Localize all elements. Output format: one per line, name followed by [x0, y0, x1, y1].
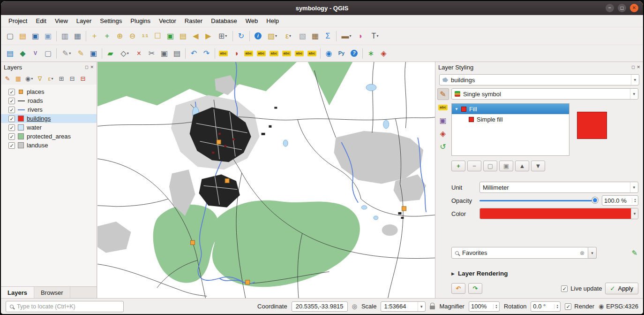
- zoom-to-layer-icon[interactable]: ▤ ▾: [177, 30, 189, 42]
- close-panel-icon[interactable]: ✕: [637, 65, 640, 69]
- layer-checkbox[interactable]: ✓: [8, 124, 15, 131]
- menu-item[interactable]: Raster: [181, 16, 206, 25]
- layer-checkbox[interactable]: ✓: [8, 89, 15, 95]
- layer-checkbox[interactable]: ✓: [8, 133, 15, 140]
- minimize-button[interactable]: −: [606, 4, 614, 12]
- style-manager-icon[interactable]: ✎: [631, 249, 637, 257]
- statistics-icon[interactable]: Σ ▾: [322, 30, 334, 42]
- processing-toolbox-icon[interactable]: ∗ ▾: [365, 47, 377, 60]
- close-button[interactable]: ✕: [630, 4, 638, 12]
- pin-unpin-labels-icon[interactable]: abc ▾: [255, 47, 268, 60]
- unit-select[interactable]: Millimeter ▾: [479, 182, 638, 193]
- highlight-pinned-labels-icon[interactable]: abc ▾: [242, 47, 255, 60]
- menu-item[interactable]: Edit: [32, 16, 50, 25]
- pan-to-selection-icon[interactable]: + ▾: [101, 30, 113, 42]
- map-tips-icon[interactable]: ◗ ▾: [354, 30, 367, 42]
- undo-style-button[interactable]: ↶: [451, 283, 465, 294]
- slider-handle[interactable]: [592, 197, 598, 203]
- layer-diagram-icon[interactable]: ◑ ▾: [230, 47, 242, 60]
- cut-features-icon[interactable]: ✂ ▾: [145, 47, 158, 60]
- zoom-last-icon[interactable]: ◀ ▾: [189, 30, 202, 42]
- symbol-type-select[interactable]: Single symbol ▾: [451, 88, 638, 100]
- select-by-expression-icon[interactable]: ε ▾: [280, 30, 296, 42]
- tab-layers[interactable]: Layers: [1, 287, 34, 298]
- layout-manager-icon[interactable]: ▦ ▾: [71, 30, 84, 42]
- zoom-next-icon[interactable]: ▶ ▾: [202, 30, 215, 42]
- menu-item[interactable]: Settings: [96, 16, 126, 25]
- expand-all-icon[interactable]: ⊞ ▾: [56, 73, 67, 84]
- layer-checkbox[interactable]: ✓: [8, 115, 15, 122]
- deselect-features-icon[interactable]: ▧ ▾: [296, 30, 309, 42]
- view-3d-tab-icon[interactable]: ◈: [437, 128, 449, 139]
- current-edits-icon[interactable]: ✎ ▾: [59, 47, 75, 60]
- rotation-spinbox[interactable]: 0.0 ° ▴ ▾: [531, 301, 561, 312]
- tab-browser[interactable]: Browser: [34, 287, 70, 298]
- zoom-to-selection-icon[interactable]: ▣ ▾: [164, 30, 177, 42]
- symbol-node-simple-fill[interactable]: Simple fill: [452, 114, 569, 124]
- symbol-search-box[interactable]: Favorites ⊗: [451, 247, 588, 259]
- zoom-out-icon[interactable]: ⊖ ▾: [126, 30, 139, 42]
- menu-item[interactable]: Plugins: [127, 16, 154, 25]
- map-canvas[interactable]: [97, 62, 435, 298]
- python-console-icon[interactable]: Py ▾: [335, 47, 348, 60]
- move-label-icon[interactable]: abc ▾: [280, 47, 293, 60]
- save-project-icon[interactable]: ▣ ▾: [29, 30, 42, 42]
- remove-layer-icon[interactable]: ⊟ ▾: [78, 73, 88, 84]
- layer-item-roads[interactable]: ✓ roads: [1, 96, 97, 105]
- layer-checkbox[interactable]: ✓: [8, 107, 15, 113]
- locate-box[interactable]: [6, 301, 124, 312]
- zoom-full-icon[interactable]: ☐ ▾: [151, 30, 164, 42]
- plugin-tools-icon[interactable]: ◈ ▾: [377, 47, 390, 60]
- menu-item[interactable]: Help: [262, 16, 283, 25]
- new-virtual-layer-icon[interactable]: ▢ ▾: [42, 47, 54, 60]
- layer-checkbox[interactable]: ✓: [8, 98, 15, 104]
- new-map-view-icon[interactable]: ⊞ ▾: [215, 30, 231, 42]
- move-symbol-down-button[interactable]: ▼: [531, 161, 545, 171]
- float-panel-icon[interactable]: ◻: [631, 65, 635, 69]
- spin-down-icon[interactable]: ▾: [557, 307, 558, 309]
- layer-select[interactable]: buildings ▾: [439, 74, 639, 85]
- new-shapefile-icon[interactable]: V ▾: [29, 47, 42, 60]
- lock-color-button[interactable]: ▢: [483, 161, 497, 171]
- layer-checkbox[interactable]: ✓: [8, 142, 15, 149]
- coordinate-field[interactable]: 20.5355,-33.9815: [292, 301, 348, 312]
- filter-by-expression-icon[interactable]: ε ▾: [45, 73, 56, 84]
- spin-down-icon[interactable]: ▾: [495, 307, 497, 309]
- menu-item[interactable]: Layer: [73, 16, 96, 25]
- zoom-in-icon[interactable]: ⊕ ▾: [113, 30, 126, 42]
- spin-down-icon[interactable]: ▾: [634, 200, 636, 203]
- redo-style-button[interactable]: ↷: [468, 283, 482, 294]
- close-panel-icon[interactable]: ✕: [90, 65, 94, 69]
- vertex-tool-icon[interactable]: ◇ ▾: [117, 47, 133, 60]
- labels-tab-icon[interactable]: abc: [437, 101, 449, 113]
- redo-icon[interactable]: ↷ ▾: [200, 47, 213, 60]
- collapse-all-icon[interactable]: ⊟ ▾: [67, 73, 77, 84]
- opacity-slider[interactable]: [479, 196, 598, 205]
- expander-icon[interactable]: ▼: [455, 107, 458, 111]
- new-project-icon[interactable]: ▢ ▾: [4, 30, 16, 42]
- save-layer-edits-icon[interactable]: ▣ ▾: [87, 47, 100, 60]
- menu-item[interactable]: View: [51, 16, 72, 25]
- add-symbol-layer-button[interactable]: +: [451, 161, 465, 171]
- show-hide-labels-icon[interactable]: abc ▾: [268, 47, 280, 60]
- scale-combo[interactable]: 1:53664 ▾: [381, 301, 426, 312]
- mask-tab-icon[interactable]: ▣: [437, 115, 449, 126]
- symbol-node-fill[interactable]: ▼ Fill: [452, 104, 569, 114]
- change-label-icon[interactable]: abc ▾: [306, 47, 318, 60]
- menu-item[interactable]: Database: [207, 16, 241, 25]
- select-features-icon[interactable]: ▧ ▾: [264, 30, 280, 42]
- layer-item-landuse[interactable]: ✓ landuse: [1, 141, 97, 150]
- toggle-editing-icon[interactable]: ✎ ▾: [75, 47, 87, 60]
- copy-features-icon[interactable]: ▣ ▾: [158, 47, 171, 60]
- history-tab-icon[interactable]: ↺: [437, 141, 449, 153]
- help-contents-icon[interactable]: ? ▾: [348, 47, 360, 60]
- clear-icon[interactable]: ⊗: [580, 250, 584, 256]
- layer-item-protected-areas[interactable]: ✓ protected_areas: [1, 132, 97, 141]
- identify-features-icon[interactable]: i ▾: [252, 30, 264, 42]
- pan-map-icon[interactable]: + ▾: [88, 30, 101, 42]
- add-group-icon[interactable]: ▦ ▾: [13, 73, 23, 84]
- layer-rendering-toggle[interactable]: ▶ Layer Rendering: [451, 270, 638, 277]
- data-source-manager-icon[interactable]: ▤ ▾: [4, 47, 16, 60]
- open-styling-panel-icon[interactable]: ✎ ▾: [2, 73, 13, 84]
- layer-item-water[interactable]: ✓ water: [1, 123, 97, 132]
